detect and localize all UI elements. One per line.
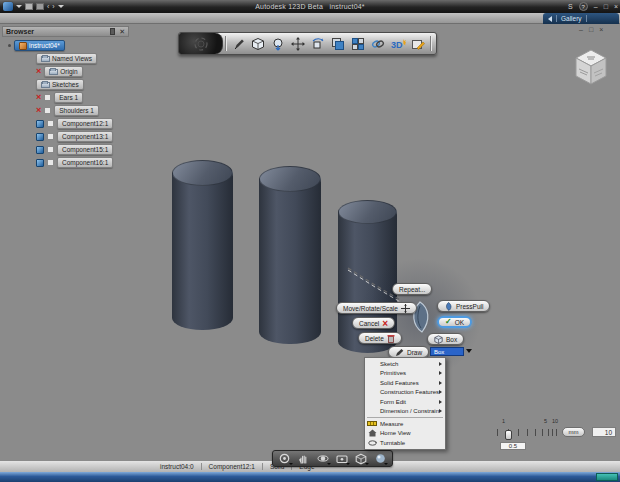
menu-item-turntable[interactable]: Turntable xyxy=(365,438,445,448)
menu-repeat-button[interactable]: Repeat... xyxy=(392,283,432,295)
snapshot-icon[interactable] xyxy=(408,33,428,54)
tree-row-ears[interactable]: × Ears 1 xyxy=(36,92,83,103)
component-root-icon xyxy=(19,42,27,50)
menu-cancel-button[interactable]: Cancel × xyxy=(352,317,395,329)
tree-row-named-views[interactable]: Named Views xyxy=(36,53,97,64)
tree-label: Sketches xyxy=(52,81,79,88)
menu-presspull-button[interactable]: PressPull xyxy=(437,300,490,312)
submenu-arrow-icon xyxy=(439,390,442,394)
gallery-tab[interactable]: Gallery xyxy=(543,13,619,24)
pattern-icon[interactable] xyxy=(348,33,368,54)
hidden-red-x-icon[interactable]: × xyxy=(36,106,41,115)
create-shape-icon[interactable] xyxy=(268,33,288,54)
bottom-accent-bar xyxy=(0,472,620,482)
menu-ok-button[interactable]: ✓ OK xyxy=(437,316,472,328)
tree-row-root[interactable]: instruct04* xyxy=(8,40,65,51)
view-cube[interactable] xyxy=(567,43,615,91)
primitive-cube-icon[interactable] xyxy=(248,33,268,54)
tree-row-component13[interactable]: Component13:1 xyxy=(36,131,113,142)
turntable-icon xyxy=(368,439,377,447)
pin-icon[interactable] xyxy=(110,28,115,35)
menu-item-solid-features[interactable]: Solid Features xyxy=(365,378,445,388)
snap-value-field[interactable]: 0.5 xyxy=(500,442,526,450)
tree-row-component16[interactable]: Component16:1 xyxy=(36,157,113,168)
help-icon[interactable]: ? xyxy=(579,2,588,11)
revolve-icon[interactable] xyxy=(308,33,328,54)
menu-delete-button[interactable]: Delete xyxy=(358,332,402,344)
box-flyout-selected-item[interactable]: Box xyxy=(430,347,464,356)
draw-pencil-icon xyxy=(395,348,404,357)
ruler-icon xyxy=(367,421,377,426)
text-3d-icon[interactable]: 3D xyxy=(388,33,408,54)
tree-row-origin[interactable]: × Origin xyxy=(36,66,83,77)
gallery-tab-label: Gallery xyxy=(561,15,582,22)
menu-item-primitives[interactable]: Primitives xyxy=(365,369,445,379)
display-mode-icon[interactable] xyxy=(353,452,369,466)
orbit-icon[interactable] xyxy=(315,452,331,466)
snap-slider-handle[interactable] xyxy=(505,430,512,440)
tree-row-component15[interactable]: Component15:1 xyxy=(36,144,113,155)
browser-close-icon[interactable]: ✕ xyxy=(119,28,125,36)
grid-size-field[interactable]: 10 xyxy=(592,427,616,437)
move-icon[interactable] xyxy=(288,33,308,54)
menu-strip xyxy=(0,13,620,24)
tree-label: instruct04* xyxy=(29,42,60,49)
component-icon[interactable] xyxy=(36,133,44,141)
material-link-icon[interactable] xyxy=(368,33,388,54)
tree-expand-icon[interactable] xyxy=(8,44,11,47)
ok-check-icon: ✓ xyxy=(445,318,452,326)
menu-move-rotate-scale-button[interactable]: Move/Rotate/Scale xyxy=(336,302,417,314)
menu-item-dimension-constrain[interactable]: Dimension / Constrain xyxy=(365,407,445,417)
tree-row-sketches[interactable]: Sketches xyxy=(36,79,84,90)
cylinder-2[interactable] xyxy=(259,166,321,344)
menu-item-home-view[interactable]: Home View xyxy=(365,429,445,439)
tree-label: Shoulders 1 xyxy=(59,107,94,114)
sign-in-icon[interactable]: S xyxy=(568,3,573,10)
menu-item-sketch[interactable]: Sketch xyxy=(365,359,445,369)
menu-item-construction-features[interactable]: Construction Features xyxy=(365,388,445,398)
doc-minimize-button[interactable]: – xyxy=(579,26,583,33)
flyout-caret-icon[interactable] xyxy=(466,349,472,353)
cylinder-1[interactable] xyxy=(172,160,233,330)
menu-item-form-edit[interactable]: Form Edit xyxy=(365,397,445,407)
feature-icon xyxy=(47,159,54,166)
submenu-arrow-icon xyxy=(439,371,442,375)
tree-label: Named Views xyxy=(52,55,92,62)
close-button[interactable]: × xyxy=(614,3,618,10)
tree-label: Origin xyxy=(60,68,77,75)
look-at-icon[interactable] xyxy=(334,452,350,466)
pan-hand-icon[interactable] xyxy=(296,452,312,466)
tree-label: Component13:1 xyxy=(62,133,108,140)
feature-icon xyxy=(47,146,54,153)
box-icon xyxy=(434,335,443,344)
tree-row-shoulders[interactable]: × Shoulders 1 xyxy=(36,105,99,116)
tick-label: 10 xyxy=(552,418,558,424)
menu-item-measure[interactable]: Measure xyxy=(365,419,445,429)
navigation-bar xyxy=(272,450,393,467)
minimize-button[interactable]: – xyxy=(594,3,598,10)
tree-row-component12[interactable]: Component12:1 xyxy=(36,118,113,129)
feature-icon xyxy=(47,133,54,140)
app-window: ‹ › Autodesk 123D Beta instruct04* S ? –… xyxy=(0,0,620,482)
doc-restore-button[interactable]: □ xyxy=(589,26,593,33)
unit-toggle-button[interactable]: mm xyxy=(562,427,585,437)
folder-icon xyxy=(49,69,58,75)
main-toolbar: 3D xyxy=(178,32,437,55)
status-document: instruct04:0 xyxy=(160,463,194,470)
material-sphere-icon[interactable] xyxy=(372,452,388,466)
sketch-pen-icon[interactable] xyxy=(228,33,248,54)
menu-box-button[interactable]: Box xyxy=(427,333,464,345)
tree-label: Component16:1 xyxy=(62,159,108,166)
component-icon[interactable] xyxy=(36,120,44,128)
doc-close-button[interactable]: × xyxy=(599,26,603,33)
component-icon[interactable] xyxy=(36,159,44,167)
combine-icon[interactable] xyxy=(328,33,348,54)
hidden-red-x-icon[interactable]: × xyxy=(36,93,41,102)
home-target-icon[interactable] xyxy=(277,452,293,466)
maximize-button[interactable]: □ xyxy=(604,3,608,10)
document-window-controls: – □ × xyxy=(579,26,603,33)
app-badge-icon[interactable] xyxy=(179,33,223,54)
component-icon[interactable] xyxy=(36,146,44,154)
feature-icon xyxy=(44,107,51,114)
hidden-red-x-icon[interactable]: × xyxy=(36,67,41,76)
